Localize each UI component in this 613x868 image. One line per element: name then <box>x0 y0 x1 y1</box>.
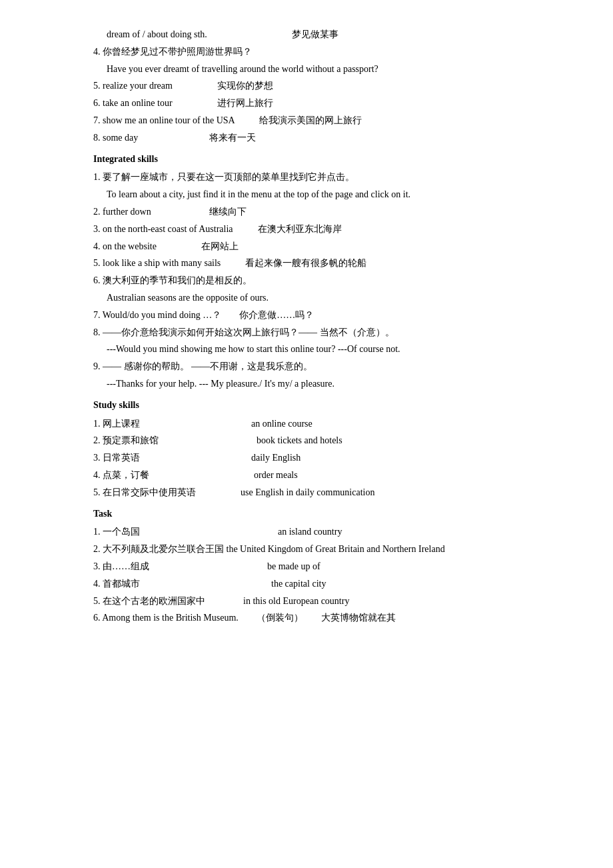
section-study-skills: Study skills <box>93 397 533 413</box>
is-item-1: 1. 要了解一座城市，只要在这一页顶部的菜单里找到它并点击。 <box>93 169 533 185</box>
item-8: 8. some day 将来有一天 <box>93 130 533 146</box>
ss-item-1: 1. 网上课程 an online course <box>93 416 533 432</box>
item-6: 6. take an online tour 进行网上旅行 <box>93 95 533 111</box>
section-title-study: Study skills <box>93 400 139 410</box>
is-item-7: 7. Would/do you mind doing …？ 你介意做……吗？ <box>93 307 533 323</box>
is-item-3: 3. on the north-east coast of Australia … <box>93 221 533 237</box>
section-task: Task <box>93 506 533 522</box>
task-item-6: 6. Among them is the British Museum. （倒装… <box>93 610 533 626</box>
is-item-1-en: To learn about a city, just find it in t… <box>93 187 533 203</box>
section-title-task: Task <box>93 509 112 519</box>
ss-item-5: 5. 在日常交际中使用英语 use English in daily commu… <box>93 485 533 501</box>
is-item-2: 2. further down 继续向下 <box>93 204 533 220</box>
is-item-6: 6. 澳大利亚的季节和我们的是相反的。 <box>93 273 533 289</box>
is-item-5: 5. look like a ship with many sails 看起来像… <box>93 255 533 271</box>
section-title-integrated: Integrated skills <box>93 154 158 164</box>
is-item-8-en: ---Would you mind showing me how to star… <box>93 341 533 357</box>
page-content: dream of / about doing sth. 梦见做某事 4. 你曾经… <box>93 27 533 626</box>
section-integrated-skills: Integrated skills <box>93 151 533 167</box>
is-item-6-en: Australian seasons are the opposite of o… <box>93 290 533 306</box>
task-item-5: 5. 在这个古老的欧洲国家中 in this old European coun… <box>93 593 533 609</box>
intro-line: dream of / about doing sth. 梦见做某事 <box>93 27 533 43</box>
task-item-2: 2. 大不列颠及北爱尔兰联合王国 the United Kingdom of G… <box>93 541 533 557</box>
intro-phrase-en: dream of / about doing sth. <box>107 29 207 39</box>
item-5: 5. realize your dream 实现你的梦想 <box>93 78 533 94</box>
task-item-3: 3. 由……组成 be made up of <box>93 559 533 575</box>
capital-city-text: the capital city <box>271 579 326 589</box>
task-item-1: 1. 一个岛国 an island country <box>93 524 533 540</box>
item-num: 4. <box>93 47 103 57</box>
is-item-9-en: ---Thanks for your help. --- My pleasure… <box>93 376 533 392</box>
intro-phrase-zh: 梦见做某事 <box>292 29 338 39</box>
pre-item-4-en: Have you ever dreamt of travelling aroun… <box>93 61 533 77</box>
pre-item-4: 4. 你曾经梦见过不带护照周游世界吗？ <box>93 44 533 60</box>
task-item-4: 4. 首都城市 the capital city <box>93 576 533 592</box>
is-item-8: 8. ——你介意给我演示如何开始这次网上旅行吗？—— 当然不（介意）。 <box>93 325 533 341</box>
item-zh: 你曾经梦见过不带护照周游世界吗？ <box>103 47 252 57</box>
is-item-9: 9. —— 感谢你的帮助。 ——不用谢，这是我乐意的。 <box>93 359 533 375</box>
ss-item-2: 2. 预定票和旅馆 book tickets and hotels <box>93 433 533 449</box>
is-item-4: 4. on the website 在网站上 <box>93 239 533 255</box>
ss-item-4: 4. 点菜，订餐 order meals <box>93 467 533 483</box>
ss-item-3: 3. 日常英语 daily English <box>93 450 533 466</box>
item-7: 7. show me an online tour of the USA 给我演… <box>93 113 533 129</box>
